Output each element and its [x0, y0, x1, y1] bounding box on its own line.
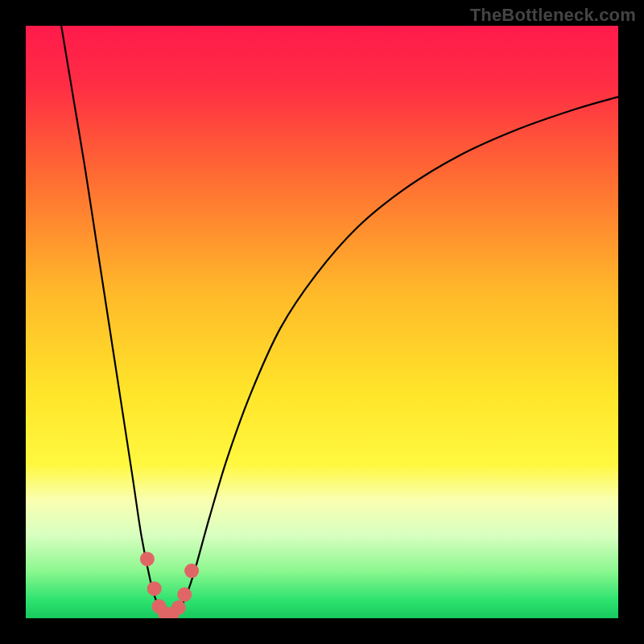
marker-point — [177, 588, 192, 602]
marker-point — [171, 601, 186, 615]
marker-point — [140, 551, 155, 566]
gradient-background — [26, 26, 618, 618]
chart-svg — [26, 26, 618, 618]
marker-point — [147, 581, 162, 596]
watermark-text: TheBottleneck.com — [470, 5, 636, 26]
marker-point — [184, 564, 199, 578]
plot-area — [26, 26, 618, 618]
chart-frame: TheBottleneck.com — [0, 0, 644, 644]
